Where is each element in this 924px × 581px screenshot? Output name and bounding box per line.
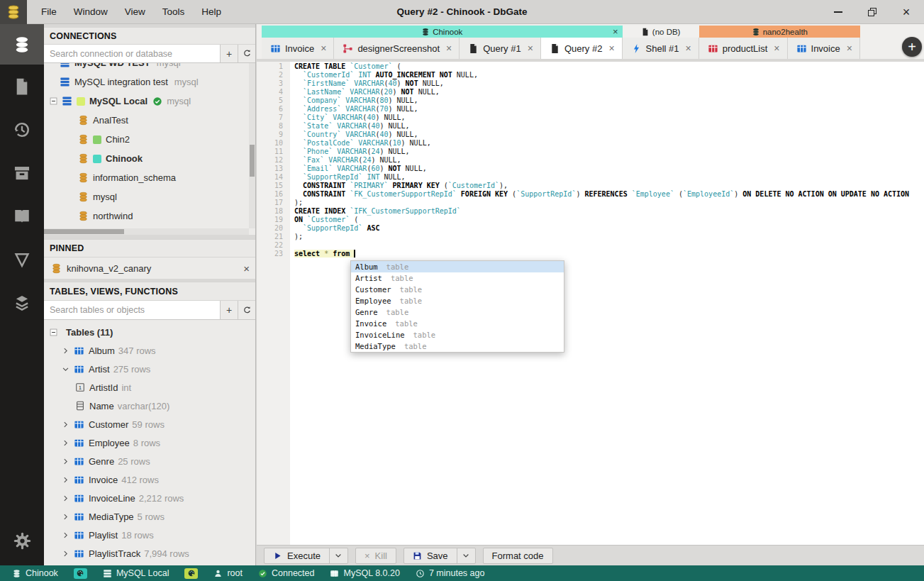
- chevron-right-icon[interactable]: [61, 476, 69, 484]
- status-mysql-local[interactable]: MySQL Local: [95, 565, 177, 581]
- activity-item-archive[interactable]: [0, 151, 44, 194]
- add-table-button[interactable]: +: [220, 301, 238, 319]
- status-mysql-8-0-20[interactable]: MySQL 8.0.20: [322, 565, 407, 581]
- tab-query-2[interactable]: Query #2 ×: [541, 38, 623, 59]
- tab-close-icon[interactable]: ×: [608, 43, 614, 54]
- group-close-icon[interactable]: ×: [613, 26, 618, 37]
- tab-invoice[interactable]: Invoice ×: [788, 38, 860, 59]
- menu-item-file[interactable]: File: [33, 0, 65, 23]
- tables-search-input[interactable]: [44, 301, 220, 319]
- refresh-connections-button[interactable]: [238, 45, 255, 62]
- autocomplete-item[interactable]: Invoice table: [351, 318, 564, 329]
- close-button[interactable]: ×: [898, 4, 914, 20]
- table-item[interactable]: Invoice 412 rows: [44, 470, 255, 489]
- unpin-icon[interactable]: ×: [243, 262, 250, 275]
- dropdown-caret[interactable]: [329, 548, 347, 563]
- table-item[interactable]: MediaType 5 rows: [44, 507, 255, 526]
- connection-item[interactable]: MySQL Localmysql: [44, 92, 255, 111]
- connection-item[interactable]: Chin2: [44, 130, 255, 149]
- execute-button[interactable]: Execute: [264, 548, 348, 564]
- table-item[interactable]: PlaylistTrack 7,994 rows: [44, 544, 255, 563]
- refresh-tables-button[interactable]: [238, 301, 255, 319]
- format-code-button[interactable]: Format code: [483, 548, 553, 564]
- autocomplete-item[interactable]: Genre table: [351, 306, 564, 318]
- save-button[interactable]: Save: [403, 548, 476, 564]
- activity-item-layers[interactable]: [0, 281, 44, 324]
- status-chinook[interactable]: Chinook: [4, 565, 66, 581]
- connection-item[interactable]: MySQL integration testmysql: [44, 72, 255, 92]
- activity-item-history[interactable]: [0, 108, 44, 151]
- tab-group-header[interactable]: Chinook ×: [262, 26, 623, 38]
- tab-designerscreenshot[interactable]: designerScreenshot ×: [334, 38, 460, 59]
- tab-close-icon[interactable]: ×: [528, 43, 533, 54]
- pinned-item[interactable]: knihovna_v2_canary ×: [44, 258, 255, 279]
- table-item[interactable]: Customer 59 rows: [44, 415, 255, 433]
- tab-productlist[interactable]: productList ×: [699, 38, 788, 59]
- connections-horizontal-scrollbar[interactable]: [44, 228, 249, 235]
- activity-item-database[interactable]: [0, 24, 44, 65]
- chevron-right-icon[interactable]: [61, 439, 69, 447]
- activity-item-gear[interactable]: [0, 519, 44, 563]
- tables-root[interactable]: Tables (11): [44, 323, 255, 341]
- menu-item-view[interactable]: View: [116, 0, 154, 23]
- table-item[interactable]: Album 347 rows: [44, 341, 255, 360]
- tab-close-icon[interactable]: ×: [847, 43, 852, 54]
- tab-close-icon[interactable]: ×: [321, 43, 326, 54]
- table-item[interactable]: Employee 8 rows: [44, 433, 255, 452]
- connections-search-input[interactable]: [44, 45, 220, 62]
- tab-close-icon[interactable]: ×: [686, 43, 691, 54]
- autocomplete-item[interactable]: Customer table: [351, 284, 564, 295]
- new-tab-button[interactable]: +: [902, 37, 922, 57]
- chevron-right-icon[interactable]: [61, 347, 69, 355]
- table-item[interactable]: InvoiceLine 2,212 rows: [44, 489, 255, 507]
- chevron-right-icon[interactable]: [61, 550, 69, 558]
- tab-invoice[interactable]: Invoice ×: [262, 38, 334, 59]
- collapse-icon[interactable]: [48, 328, 58, 336]
- connection-item[interactable]: MySQL WD TESTmysql: [44, 63, 255, 72]
- column-item[interactable]: 1 ArtistId int: [44, 378, 255, 397]
- minimize-button[interactable]: [830, 4, 846, 20]
- status-color-chip[interactable]: [66, 565, 95, 581]
- chevron-right-icon[interactable]: [61, 421, 69, 428]
- activity-item-file[interactable]: [0, 65, 44, 108]
- tab-query-1[interactable]: Query #1 ×: [460, 38, 541, 59]
- chevron-down-icon[interactable]: [61, 365, 69, 373]
- table-item[interactable]: Genre 25 rows: [44, 452, 255, 470]
- tab-close-icon[interactable]: ×: [774, 43, 779, 54]
- autocomplete-item[interactable]: MediaType table: [351, 341, 564, 352]
- autocomplete-item[interactable]: InvoiceLine table: [351, 329, 564, 341]
- chevron-right-icon[interactable]: [61, 513, 69, 521]
- dropdown-caret[interactable]: [457, 548, 475, 563]
- activity-item-funnel[interactable]: [0, 238, 44, 281]
- tab-close-icon[interactable]: ×: [446, 43, 452, 54]
- status-color-chip[interactable]: [177, 565, 206, 581]
- chevron-right-icon[interactable]: [61, 494, 69, 502]
- collapse-icon[interactable]: [48, 97, 58, 105]
- autocomplete-item[interactable]: Employee table: [351, 295, 564, 306]
- connection-item[interactable]: northwind: [44, 206, 255, 226]
- connection-item[interactable]: information_schema: [44, 168, 255, 187]
- connections-vertical-scrollbar[interactable]: [249, 63, 255, 228]
- connection-item[interactable]: mysql: [44, 187, 255, 206]
- status-root[interactable]: root: [206, 565, 250, 581]
- tab-group-header[interactable]: (no DB): [623, 26, 699, 38]
- table-item[interactable]: Playlist 18 rows: [44, 526, 255, 544]
- autocomplete-item[interactable]: Artist table: [351, 272, 564, 284]
- table-item[interactable]: Artist 275 rows: [44, 360, 255, 378]
- chevron-right-icon[interactable]: [61, 531, 69, 539]
- activity-item-book[interactable]: [0, 194, 44, 238]
- autocomplete-item[interactable]: Album table: [351, 261, 564, 272]
- menu-item-window[interactable]: Window: [65, 0, 116, 23]
- connection-item[interactable]: Chinook: [44, 149, 255, 168]
- connection-item[interactable]: AnalTest: [44, 111, 255, 130]
- chevron-right-icon[interactable]: [61, 458, 69, 465]
- tab-shell-1[interactable]: Shell #1 ×: [623, 38, 699, 59]
- add-connection-button[interactable]: +: [220, 45, 238, 62]
- status-7-minutes-ago[interactable]: 7 minutes ago: [408, 565, 493, 581]
- tab-group-header[interactable]: nano2health: [699, 26, 860, 38]
- column-item[interactable]: Name varchar(120): [44, 397, 255, 415]
- restore-button[interactable]: [864, 4, 880, 20]
- menu-item-tools[interactable]: Tools: [154, 0, 194, 23]
- status-connected[interactable]: Connected: [250, 565, 322, 581]
- menu-item-help[interactable]: Help: [193, 0, 230, 23]
